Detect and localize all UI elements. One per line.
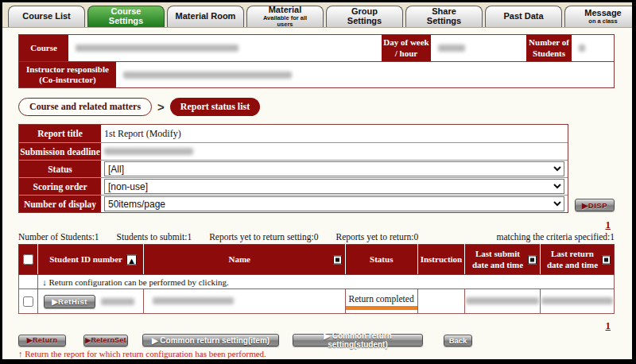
breadcrumb: Course and related matters > Report stat… <box>18 98 615 116</box>
course-value <box>68 35 382 61</box>
column-select-icon[interactable] <box>602 255 611 264</box>
tab-label: Course List <box>22 12 71 21</box>
course-label: Course <box>19 35 68 61</box>
stat-yet-return-setting: Reports yet to return setting:0 <box>209 232 318 242</box>
tab-material-room[interactable]: Material Room <box>167 6 244 27</box>
app-window: Course List Course Settings Material Roo… <box>0 0 636 364</box>
sort-ascending-icon[interactable]: ▲ <box>126 254 137 265</box>
status-highlight-bar <box>346 306 417 310</box>
status-label: Status <box>19 161 101 177</box>
filter-section: Report title 1st Report (Modify) Submiss… <box>18 124 615 213</box>
header-last-submit-label: Last submit date and time <box>472 249 523 269</box>
redacted-instructor <box>123 72 292 79</box>
header-student-id-label: Student ID number <box>49 254 122 264</box>
redacted-count <box>579 45 585 52</box>
header-select-all-cell <box>19 245 38 275</box>
course-info-row-1: Course Day of week / hour Number of Stud… <box>19 35 614 61</box>
tab-share-settings[interactable]: Share Settings <box>405 6 483 27</box>
filter-row-deadline: Submission deadline <box>19 142 568 160</box>
display-value-cell: 50items/page <box>101 196 568 212</box>
page-1-link-bottom[interactable]: 1 <box>606 319 611 331</box>
filter-table: Report title 1st Report (Modify) Submiss… <box>18 124 568 213</box>
common-return-setting-item-button[interactable]: ▶ Common return setting(item) <box>142 334 279 347</box>
common-return-setting-student-button[interactable]: ▶ Common return setting(student) <box>293 334 423 347</box>
header-instruction: Instruction <box>417 245 464 275</box>
scoring-order-label: Scoring order <box>19 178 101 195</box>
return-footnote: ↑ Return the report for which return con… <box>18 349 615 358</box>
pagination-top: 1 <box>18 217 615 231</box>
breadcrumb-current: Report status list <box>170 98 260 116</box>
tab-material[interactable]: Material Available for all users <box>246 6 324 27</box>
retern-set-button[interactable]: ▶ReternSet <box>83 335 128 347</box>
chevron-right-icon: > <box>157 100 165 114</box>
tab-course-settings[interactable]: Course Settings <box>87 6 165 27</box>
header-last-return: Last return date and time <box>540 245 614 275</box>
table-note-row: ↓ Return configuration can be performed … <box>19 275 615 289</box>
filter-row-status: Status [All] <box>19 160 568 177</box>
day-of-week-value <box>431 35 526 61</box>
last-submit-cell <box>464 289 540 314</box>
page-1-link-top[interactable]: 1 <box>606 219 611 230</box>
redacted-student-name <box>153 297 234 304</box>
table-header-row: Student ID number ▲ Name Status Instruct… <box>19 245 615 275</box>
return-config-note: ↓ Return configuration can be performed … <box>38 275 615 289</box>
tab-past-data[interactable]: Past Data <box>485 6 562 27</box>
filter-row-scoring: Scoring order [non-use] <box>19 177 568 195</box>
column-select-icon[interactable] <box>528 255 537 264</box>
redacted-submit-date <box>466 297 539 304</box>
num-students-value <box>572 35 614 61</box>
tab-group-settings[interactable]: Group Settings <box>326 6 403 27</box>
instructor-value <box>116 62 614 87</box>
header-student-id: Student ID number ▲ <box>38 245 144 275</box>
report-title-value: 1st Report (Modify) <box>101 125 568 142</box>
number-of-display-select[interactable]: 50items/page <box>104 196 564 211</box>
tab-course-list[interactable]: Course List <box>8 6 85 27</box>
tab-bar: Course List Course Settings Material Roo… <box>2 2 632 28</box>
header-name: Name <box>143 245 345 275</box>
tab-label: Group Settings <box>334 7 395 25</box>
redacted-day <box>438 45 465 52</box>
tab-sublabel: Available for all users <box>254 15 316 28</box>
report-title-label: Report title <box>19 125 101 142</box>
scoring-value-cell: [non-use] <box>101 178 568 195</box>
back-button[interactable]: Back <box>444 335 472 347</box>
column-select-icon[interactable] <box>333 255 342 264</box>
deadline-label: Submission deadline <box>19 143 101 160</box>
redacted-deadline <box>104 148 193 155</box>
number-of-display-label: Number of display <box>19 196 101 212</box>
stat-yet-return: Reports yet to return:0 <box>336 232 419 242</box>
select-all-checkbox[interactable] <box>23 254 33 265</box>
status-value: Return completed <box>346 292 417 304</box>
header-status: Status <box>345 245 417 275</box>
stat-students-to-submit: Students to submit:1 <box>117 232 192 242</box>
table-row: ▶RetHist Return completed <box>19 289 615 314</box>
day-of-week-label: Day of week / hour <box>382 35 431 61</box>
rethist-button[interactable]: ▶RetHist <box>44 295 95 308</box>
note-row-empty-cell <box>19 275 38 289</box>
disp-button[interactable]: ▶DISP <box>575 199 615 211</box>
scoring-order-select[interactable]: [non-use] <box>104 179 564 194</box>
row-checkbox[interactable] <box>23 296 33 307</box>
filter-row-display: Number of display 50items/page <box>19 195 568 212</box>
num-students-label: Number of Students <box>526 35 572 61</box>
return-button[interactable]: ▶Return <box>18 335 66 347</box>
filter-row-report-title: Report title 1st Report (Modify) <box>19 125 568 142</box>
status-cell[interactable]: Return completed <box>345 289 417 314</box>
tab-label: Course Settings <box>95 7 157 25</box>
page-content: Course Day of week / hour Number of Stud… <box>2 28 632 358</box>
tab-label: Material Room <box>176 12 236 21</box>
redacted-return-date <box>541 297 613 304</box>
tab-message[interactable]: Message on a class <box>564 6 636 27</box>
stat-number-of-students: Number of Students:1 <box>18 232 99 242</box>
tab-sublabel: on a class <box>588 18 617 25</box>
tab-label: Share Settings <box>413 7 475 25</box>
header-last-return-label: Last return date and time <box>547 249 598 269</box>
redacted-course-name <box>76 45 238 52</box>
status-select[interactable]: [All] <box>104 161 564 176</box>
header-name-label: Name <box>229 254 251 264</box>
course-info-row-2: Instructor responsible (Co-instructor) <box>19 61 614 87</box>
breadcrumb-parent-button[interactable]: Course and related matters <box>18 98 152 116</box>
tab-label: Past Data <box>503 12 543 21</box>
header-status-label: Status <box>370 254 393 264</box>
stat-matching-criteria: matching the criteria specified:1 <box>497 232 615 242</box>
